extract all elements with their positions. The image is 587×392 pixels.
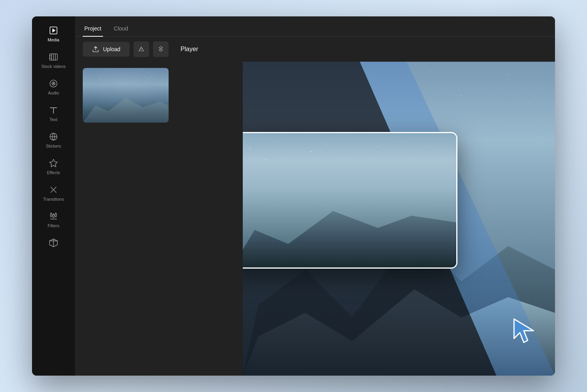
dropbox-icon bbox=[157, 46, 164, 53]
sidebar-item-filters[interactable]: Filters bbox=[32, 206, 75, 233]
sidebar-item-3d[interactable] bbox=[32, 233, 75, 255]
sidebar-item-stock-videos-label: Stock videos bbox=[41, 64, 66, 69]
sidebar-item-transitions-label: Transitions bbox=[43, 197, 64, 201]
upload-button[interactable]: Upload bbox=[83, 42, 130, 57]
svg-marker-22 bbox=[514, 319, 534, 342]
toolbar: Upload Player bbox=[75, 37, 555, 62]
sidebar-item-text[interactable]: Text bbox=[32, 100, 75, 127]
stock-videos-icon bbox=[48, 52, 59, 62]
player-label: Player bbox=[180, 46, 198, 53]
effects-icon bbox=[48, 158, 59, 169]
tab-bar: Project Cloud bbox=[75, 16, 555, 37]
transitions-icon bbox=[48, 184, 59, 195]
media-icon bbox=[48, 25, 59, 36]
sidebar-item-audio[interactable]: Audio bbox=[32, 73, 75, 100]
dropbox-button[interactable] bbox=[153, 41, 169, 57]
preview-card bbox=[243, 132, 457, 269]
svg-point-10 bbox=[53, 83, 54, 84]
media-thumbnail[interactable] bbox=[83, 68, 169, 123]
sidebar-item-audio-label: Audio bbox=[48, 91, 59, 95]
tab-cloud[interactable]: Cloud bbox=[112, 21, 130, 36]
main-content: Project Cloud Upload bbox=[75, 16, 555, 376]
cursor bbox=[512, 317, 539, 344]
app-window: Media Stock videos bbox=[32, 16, 555, 376]
thumbnail-image bbox=[83, 68, 169, 123]
stickers-icon bbox=[48, 131, 59, 142]
player-area bbox=[243, 62, 555, 376]
sidebar-item-stickers[interactable]: Stickers bbox=[32, 127, 75, 153]
sidebar-item-media[interactable]: Media bbox=[32, 20, 75, 47]
sidebar: Media Stock videos bbox=[32, 16, 75, 376]
audio-icon bbox=[48, 78, 59, 89]
sidebar-item-media-label: Media bbox=[48, 37, 59, 42]
preview-stars bbox=[243, 133, 456, 207]
tab-project[interactable]: Project bbox=[83, 21, 103, 36]
sidebar-item-text-label: Text bbox=[50, 117, 57, 122]
sidebar-item-transitions[interactable]: Transitions bbox=[32, 180, 75, 206]
sidebar-item-effects-label: Effects bbox=[47, 170, 60, 175]
upload-icon bbox=[92, 46, 99, 53]
google-drive-button[interactable] bbox=[133, 41, 149, 57]
sidebar-item-effects[interactable]: Effects bbox=[32, 153, 75, 180]
sidebar-item-stickers-label: Stickers bbox=[46, 144, 61, 148]
google-drive-icon bbox=[138, 46, 145, 53]
svg-marker-1 bbox=[53, 29, 55, 32]
preview-mountain bbox=[243, 133, 456, 267]
text-icon bbox=[48, 105, 59, 116]
thumbnail-stars bbox=[83, 68, 169, 123]
svg-marker-15 bbox=[50, 159, 57, 167]
sidebar-item-stock-videos[interactable]: Stock videos bbox=[32, 47, 75, 73]
filters-icon bbox=[48, 211, 59, 222]
media-area bbox=[75, 62, 555, 376]
sidebar-item-filters-label: Filters bbox=[48, 223, 59, 228]
3d-icon bbox=[48, 237, 59, 248]
